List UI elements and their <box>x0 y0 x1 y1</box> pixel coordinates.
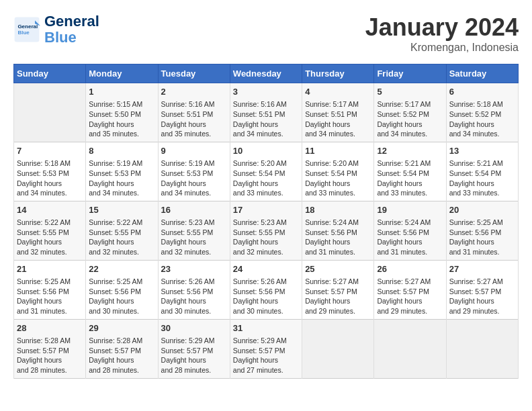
day-info: Sunrise: 5:27 AM Sunset: 5:57 PM Dayligh… <box>377 277 443 316</box>
sunrise-label: Sunrise: 5:29 AM <box>161 336 215 345</box>
daylight-label: Daylight hours <box>161 120 206 128</box>
sunset-label: Sunset: 5:57 PM <box>89 347 141 355</box>
day-number: 21 <box>17 263 83 275</box>
daylight-value: and 30 minutes. <box>233 307 283 315</box>
day-info: Sunrise: 5:20 AM Sunset: 5:54 PM Dayligh… <box>233 158 299 198</box>
daylight-label: Daylight hours <box>377 297 422 305</box>
sunrise-label: Sunrise: 5:29 AM <box>233 336 287 345</box>
daylight-value: and 31 minutes. <box>305 248 355 256</box>
calendar-cell: 25 Sunrise: 5:27 AM Sunset: 5:57 PM Dayl… <box>302 260 374 319</box>
svg-text:General: General <box>17 24 38 30</box>
day-info: Sunrise: 5:20 AM Sunset: 5:54 PM Dayligh… <box>305 158 371 198</box>
column-header-saturday: Saturday <box>446 64 518 83</box>
daylight-value: and 33 minutes. <box>233 189 283 197</box>
day-number: 8 <box>89 145 154 157</box>
week-row-1: 1 Sunrise: 5:15 AM Sunset: 5:50 PM Dayli… <box>14 83 519 142</box>
daylight-value: and 31 minutes. <box>449 248 500 256</box>
sunset-label: Sunset: 5:55 PM <box>233 228 285 236</box>
daylight-label: Daylight hours <box>233 238 278 246</box>
daylight-value: and 28 minutes. <box>89 366 139 374</box>
daylight-label: Daylight hours <box>449 120 494 128</box>
calendar-title: January 2024 <box>365 13 519 42</box>
daylight-value: and 30 minutes. <box>89 307 139 315</box>
calendar-body: 1 Sunrise: 5:15 AM Sunset: 5:50 PM Dayli… <box>14 83 519 379</box>
day-info: Sunrise: 5:26 AM Sunset: 5:56 PM Dayligh… <box>161 277 227 316</box>
day-number: 26 <box>377 263 443 275</box>
sunrise-label: Sunrise: 5:28 AM <box>17 336 71 345</box>
daylight-label: Daylight hours <box>161 356 206 364</box>
sunrise-label: Sunrise: 5:20 AM <box>233 159 287 167</box>
day-number: 9 <box>161 145 227 157</box>
sunset-label: Sunset: 5:57 PM <box>17 347 69 355</box>
sunrise-label: Sunrise: 5:25 AM <box>89 277 142 285</box>
logo-text: GeneralBlue <box>44 13 99 46</box>
day-number: 22 <box>89 263 154 275</box>
calendar-cell: 1 Sunrise: 5:15 AM Sunset: 5:50 PM Dayli… <box>86 83 158 142</box>
daylight-label: Daylight hours <box>449 297 494 305</box>
daylight-value: and 28 minutes. <box>17 366 67 374</box>
sunrise-label: Sunrise: 5:23 AM <box>161 218 215 226</box>
daylight-value: and 34 minutes. <box>449 130 500 138</box>
sunset-label: Sunset: 5:56 PM <box>449 228 502 236</box>
sunrise-label: Sunrise: 5:27 AM <box>449 277 503 285</box>
day-number: 3 <box>233 86 299 98</box>
day-number: 23 <box>161 263 227 275</box>
sunrise-label: Sunrise: 5:16 AM <box>233 100 287 108</box>
sunrise-label: Sunrise: 5:23 AM <box>233 218 287 226</box>
sunset-label: Sunset: 5:54 PM <box>305 169 357 177</box>
daylight-value: and 31 minutes. <box>377 248 427 256</box>
daylight-label: Daylight hours <box>233 356 278 364</box>
daylight-value: and 35 minutes. <box>161 130 212 138</box>
calendar-cell: 23 Sunrise: 5:26 AM Sunset: 5:56 PM Dayl… <box>158 260 230 319</box>
sunrise-label: Sunrise: 5:26 AM <box>233 277 287 285</box>
sunset-label: Sunset: 5:55 PM <box>161 228 214 236</box>
day-number: 1 <box>89 86 154 98</box>
day-number: 14 <box>17 204 83 216</box>
sunset-label: Sunset: 5:57 PM <box>233 347 285 355</box>
day-info: Sunrise: 5:17 AM Sunset: 5:51 PM Dayligh… <box>305 99 371 139</box>
daylight-label: Daylight hours <box>233 179 278 187</box>
week-row-5: 28 Sunrise: 5:28 AM Sunset: 5:57 PM Dayl… <box>14 319 519 378</box>
calendar-cell: 8 Sunrise: 5:19 AM Sunset: 5:53 PM Dayli… <box>86 142 158 201</box>
daylight-value: and 35 minutes. <box>89 130 139 138</box>
sunrise-label: Sunrise: 5:24 AM <box>377 218 431 226</box>
sunset-label: Sunset: 5:56 PM <box>233 287 285 295</box>
sunset-label: Sunset: 5:53 PM <box>17 169 69 177</box>
sunset-label: Sunset: 5:57 PM <box>449 287 502 295</box>
day-info: Sunrise: 5:25 AM Sunset: 5:56 PM Dayligh… <box>17 277 83 316</box>
sunrise-label: Sunrise: 5:22 AM <box>89 218 142 226</box>
day-number: 19 <box>377 204 443 216</box>
daylight-label: Daylight hours <box>89 179 134 187</box>
sunset-label: Sunset: 5:56 PM <box>305 228 357 236</box>
day-number: 20 <box>449 204 515 216</box>
calendar-cell <box>14 83 86 142</box>
daylight-value: and 30 minutes. <box>161 307 212 315</box>
calendar-cell: 13 Sunrise: 5:21 AM Sunset: 5:54 PM Dayl… <box>446 142 518 201</box>
column-header-monday: Monday <box>86 64 158 83</box>
day-info: Sunrise: 5:29 AM Sunset: 5:57 PM Dayligh… <box>161 336 227 375</box>
sunrise-label: Sunrise: 5:19 AM <box>89 159 142 167</box>
day-number: 2 <box>161 86 227 98</box>
daylight-label: Daylight hours <box>305 179 350 187</box>
daylight-value: and 34 minutes. <box>233 130 283 138</box>
sunrise-label: Sunrise: 5:27 AM <box>377 277 431 285</box>
day-info: Sunrise: 5:18 AM Sunset: 5:52 PM Dayligh… <box>449 99 515 139</box>
column-header-tuesday: Tuesday <box>158 64 230 83</box>
logo-icon: General Blue <box>13 16 40 43</box>
daylight-value: and 28 minutes. <box>161 366 212 374</box>
sunset-label: Sunset: 5:56 PM <box>89 287 141 295</box>
sunrise-label: Sunrise: 5:28 AM <box>89 336 142 345</box>
day-number: 11 <box>305 145 371 157</box>
daylight-label: Daylight hours <box>449 179 494 187</box>
day-info: Sunrise: 5:27 AM Sunset: 5:57 PM Dayligh… <box>305 277 371 316</box>
sunrise-label: Sunrise: 5:18 AM <box>17 159 71 167</box>
column-header-wednesday: Wednesday <box>230 64 302 83</box>
calendar-cell: 29 Sunrise: 5:28 AM Sunset: 5:57 PM Dayl… <box>86 319 158 378</box>
svg-text:Blue: Blue <box>17 30 30 36</box>
sunset-label: Sunset: 5:51 PM <box>305 110 357 118</box>
week-row-2: 7 Sunrise: 5:18 AM Sunset: 5:53 PM Dayli… <box>14 142 519 201</box>
daylight-label: Daylight hours <box>305 238 350 246</box>
daylight-label: Daylight hours <box>449 238 494 246</box>
calendar-cell <box>302 319 374 378</box>
sunrise-label: Sunrise: 5:21 AM <box>449 159 503 167</box>
